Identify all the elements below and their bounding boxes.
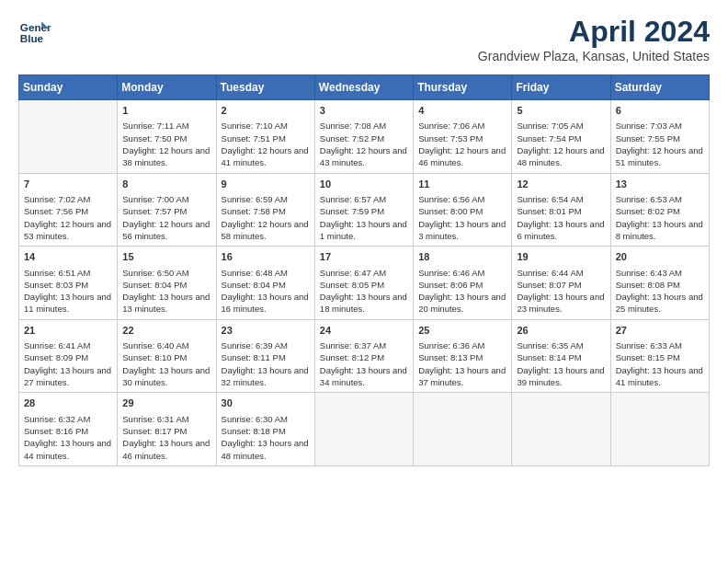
calendar-cell: 22Sunrise: 6:40 AMSunset: 8:10 PMDayligh… [118,319,216,393]
day-number: 23 [222,324,310,338]
weekday-header: Thursday [414,75,512,100]
calendar-cell: 25Sunrise: 6:36 AMSunset: 8:13 PMDayligh… [414,319,512,393]
day-info: Sunrise: 6:39 AMSunset: 8:11 PMDaylight:… [222,339,310,388]
day-number: 17 [320,250,408,264]
calendar-cell: 28Sunrise: 6:32 AMSunset: 8:16 PMDayligh… [19,393,118,466]
day-info: Sunrise: 6:35 AMSunset: 8:14 PMDaylight:… [517,339,605,388]
day-info: Sunrise: 6:36 AMSunset: 8:13 PMDaylight:… [418,339,506,388]
calendar-cell [414,393,512,466]
day-info: Sunrise: 6:31 AMSunset: 8:17 PMDaylight:… [122,413,210,462]
day-number: 22 [122,324,210,338]
day-info: Sunrise: 6:48 AMSunset: 8:04 PMDaylight:… [222,267,310,316]
day-number: 19 [517,250,605,264]
day-number: 12 [517,178,605,191]
day-number: 20 [616,250,704,264]
day-number: 27 [616,324,704,338]
calendar-subtitle: Grandview Plaza, Kansas, United States [478,49,710,63]
calendar-body: 1Sunrise: 7:11 AMSunset: 7:50 PMDaylight… [19,100,710,466]
calendar-cell: 9Sunrise: 6:59 AMSunset: 7:58 PMDaylight… [216,173,314,247]
calendar-header: SundayMondayTuesdayWednesdayThursdayFrid… [19,75,710,100]
calendar-cell: 26Sunrise: 6:35 AMSunset: 8:14 PMDayligh… [512,319,610,393]
day-info: Sunrise: 6:44 AMSunset: 8:07 PMDaylight:… [517,267,605,316]
title-block: April 2024 Grandview Plaza, Kansas, Unit… [478,15,710,63]
calendar-week-row: 28Sunrise: 6:32 AMSunset: 8:16 PMDayligh… [19,393,710,466]
day-number: 10 [320,178,408,191]
calendar-cell: 15Sunrise: 6:50 AMSunset: 8:04 PMDayligh… [118,247,216,320]
day-info: Sunrise: 6:43 AMSunset: 8:08 PMDaylight:… [616,267,704,316]
calendar-cell: 19Sunrise: 6:44 AMSunset: 8:07 PMDayligh… [512,247,610,320]
day-number: 11 [418,178,506,191]
day-info: Sunrise: 6:37 AMSunset: 8:12 PMDaylight:… [320,339,408,388]
weekday-header: Sunday [19,75,118,100]
calendar-cell: 24Sunrise: 6:37 AMSunset: 8:12 PMDayligh… [314,319,413,393]
calendar-cell [610,393,709,466]
day-info: Sunrise: 6:32 AMSunset: 8:16 PMDaylight:… [24,413,112,462]
day-number: 24 [320,324,408,338]
calendar-week-row: 21Sunrise: 6:41 AMSunset: 8:09 PMDayligh… [19,319,710,393]
calendar-cell: 7Sunrise: 7:02 AMSunset: 7:56 PMDaylight… [19,173,118,247]
day-info: Sunrise: 6:56 AMSunset: 8:00 PMDaylight:… [418,193,506,242]
weekday-header: Wednesday [314,75,413,100]
calendar-cell: 6Sunrise: 7:03 AMSunset: 7:55 PMDaylight… [610,100,709,174]
day-number: 28 [24,396,112,410]
calendar-cell: 2Sunrise: 7:10 AMSunset: 7:51 PMDaylight… [216,100,314,174]
day-info: Sunrise: 7:00 AMSunset: 7:57 PMDaylight:… [122,193,210,242]
day-info: Sunrise: 6:30 AMSunset: 8:18 PMDaylight:… [222,413,310,462]
logo: General Blue [18,15,51,48]
calendar-title: April 2024 [478,15,710,49]
day-number: 5 [517,104,605,118]
day-number: 7 [24,178,112,191]
day-number: 9 [222,178,310,191]
calendar-cell: 29Sunrise: 6:31 AMSunset: 8:17 PMDayligh… [118,393,216,466]
day-number: 4 [418,104,506,118]
day-number: 21 [24,324,112,338]
day-number: 29 [122,396,210,410]
calendar-cell: 8Sunrise: 7:00 AMSunset: 7:57 PMDaylight… [118,173,216,247]
day-info: Sunrise: 7:11 AMSunset: 7:50 PMDaylight:… [122,120,210,168]
day-info: Sunrise: 7:03 AMSunset: 7:55 PMDaylight:… [616,120,704,168]
day-number: 25 [418,324,506,338]
day-info: Sunrise: 7:06 AMSunset: 7:53 PMDaylight:… [418,120,506,168]
calendar-cell: 12Sunrise: 6:54 AMSunset: 8:01 PMDayligh… [512,173,610,247]
day-info: Sunrise: 6:47 AMSunset: 8:05 PMDaylight:… [320,267,408,316]
day-info: Sunrise: 6:54 AMSunset: 8:01 PMDaylight:… [517,193,605,242]
day-info: Sunrise: 6:33 AMSunset: 8:15 PMDaylight:… [616,339,704,388]
calendar-week-row: 14Sunrise: 6:51 AMSunset: 8:03 PMDayligh… [19,247,710,320]
calendar-cell: 13Sunrise: 6:53 AMSunset: 8:02 PMDayligh… [610,173,709,247]
calendar-cell: 5Sunrise: 7:05 AMSunset: 7:54 PMDaylight… [512,100,610,174]
day-info: Sunrise: 6:40 AMSunset: 8:10 PMDaylight:… [122,339,210,388]
logo-icon: General Blue [18,15,51,48]
calendar-cell [19,100,118,174]
page-header: General Blue April 2024 Grandview Plaza,… [18,15,710,63]
calendar-cell [314,393,413,466]
calendar-cell: 16Sunrise: 6:48 AMSunset: 8:04 PMDayligh… [216,247,314,320]
calendar-cell: 30Sunrise: 6:30 AMSunset: 8:18 PMDayligh… [216,393,314,466]
weekday-header: Friday [512,75,610,100]
calendar-cell: 21Sunrise: 6:41 AMSunset: 8:09 PMDayligh… [19,319,118,393]
calendar-cell: 4Sunrise: 7:06 AMSunset: 7:53 PMDaylight… [414,100,512,174]
calendar-cell: 3Sunrise: 7:08 AMSunset: 7:52 PMDaylight… [314,100,413,174]
calendar-cell: 1Sunrise: 7:11 AMSunset: 7:50 PMDaylight… [118,100,216,174]
day-info: Sunrise: 7:08 AMSunset: 7:52 PMDaylight:… [320,120,408,168]
day-info: Sunrise: 6:50 AMSunset: 8:04 PMDaylight:… [122,267,210,316]
calendar-cell: 14Sunrise: 6:51 AMSunset: 8:03 PMDayligh… [19,247,118,320]
day-info: Sunrise: 7:10 AMSunset: 7:51 PMDaylight:… [222,120,310,168]
svg-text:Blue: Blue [20,32,44,44]
calendar-cell: 18Sunrise: 6:46 AMSunset: 8:06 PMDayligh… [414,247,512,320]
day-number: 13 [616,178,704,191]
calendar-cell: 20Sunrise: 6:43 AMSunset: 8:08 PMDayligh… [610,247,709,320]
calendar-cell: 27Sunrise: 6:33 AMSunset: 8:15 PMDayligh… [610,319,709,393]
day-number: 30 [222,396,310,410]
day-number: 6 [616,104,704,118]
calendar-table: SundayMondayTuesdayWednesdayThursdayFrid… [18,75,710,466]
day-number: 15 [122,250,210,264]
weekday-row: SundayMondayTuesdayWednesdayThursdayFrid… [19,75,710,100]
day-info: Sunrise: 7:02 AMSunset: 7:56 PMDaylight:… [24,193,112,242]
day-info: Sunrise: 6:59 AMSunset: 7:58 PMDaylight:… [222,193,310,242]
day-number: 14 [24,250,112,264]
weekday-header: Tuesday [216,75,314,100]
weekday-header: Monday [118,75,216,100]
day-info: Sunrise: 6:41 AMSunset: 8:09 PMDaylight:… [24,339,112,388]
weekday-header: Saturday [610,75,709,100]
day-info: Sunrise: 6:57 AMSunset: 7:59 PMDaylight:… [320,193,408,242]
